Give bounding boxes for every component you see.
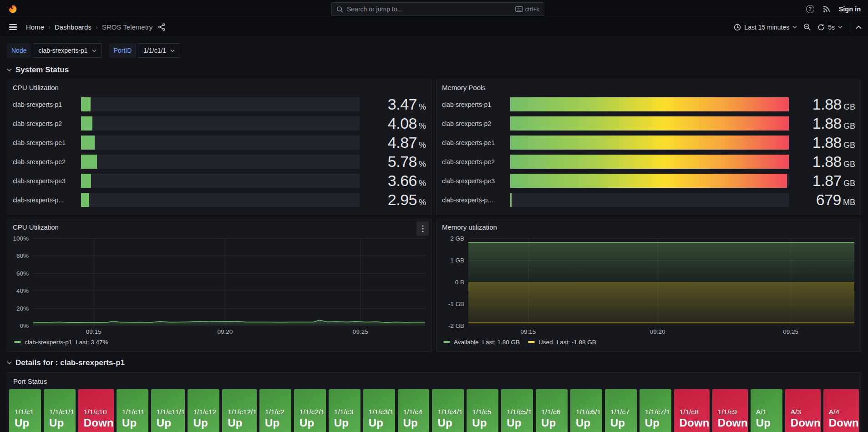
x-tick-label: 09:15 [521,328,536,335]
time-range-label: Last 15 minutes [744,24,789,31]
panel-title[interactable]: CPU Utilization [13,84,426,91]
gauge-bar-track [510,155,789,169]
breadcrumb-current: SROS Telemetry [102,23,152,31]
chevron-down-icon [792,25,797,29]
port-tile-body: 1/1/c2/1 Up [294,389,326,432]
port-status: Up [369,417,395,429]
port-status: Up [507,417,533,429]
x-tick-label: 09:15 [86,328,102,335]
share-button[interactable] [158,23,166,31]
port-status: Down [791,417,821,429]
dashboard-content: Node clab-srexperts-p1 PortID 1/1/c1/1 S… [0,43,868,432]
gridline [33,326,425,326]
panel-cpu-utilization-gauge: CPU Utilization clab-srexperts-p1 3.47 %… [7,80,432,215]
port-tile-body: 1/1/c4/1 Up [432,389,464,432]
port-name: 1/1/c8 [680,408,710,416]
help-button[interactable]: ? [806,5,814,13]
grafana-logo[interactable] [7,4,18,15]
port-tile-body: 1/1/c12 Up [188,389,219,432]
zoom-out-button[interactable] [803,23,811,31]
port-status: Up [576,417,602,429]
y-tick-label: 20% [16,305,29,311]
memory-time-series-chart: 2 GB1 GB0 B-1 GB-2 GB 09:1509:2009:25 Av… [440,238,854,347]
gauge-value: 1.88 GB [797,153,855,171]
menu-toggle-button[interactable] [6,21,20,33]
gauge-bar-track [81,155,360,169]
port-tile-body: 1/1/c6/1 Up [570,389,602,432]
section-system-status[interactable]: System Status [7,65,861,75]
panel-title[interactable]: CPU Utilization [13,223,59,231]
time-range-picker[interactable]: Last 15 minutes [734,24,797,31]
search-input[interactable]: Search or jump to... ctrl+k [331,2,544,16]
gauge-row: clab-srexperts-pe3 1.87 GB [442,174,855,188]
port-name: 1/1/c1/1 [49,408,76,416]
port-tile: 1/1/c11/1 Up [151,389,185,432]
gauge-bar [81,174,91,188]
chart-legend: clab-srexperts-p1Last: 3.47% [14,337,108,347]
legend-item[interactable]: AvailableLast: 1.80 GB [443,339,520,346]
chevron-right-icon: › [96,23,98,31]
legend-item[interactable]: clab-srexperts-p1Last: 3.47% [14,339,108,346]
legend-series-name: Available [454,339,479,346]
gauge-bar [510,136,789,150]
gauge-bar-track [81,193,360,207]
chevron-down-icon [7,68,12,72]
port-tile: 1/1/c6 Up [536,389,568,432]
port-tile: A/3 Down [785,389,821,432]
port-tile-body: A/1 Up [751,389,782,432]
gauge-value: 1.87 GB [797,172,855,190]
breadcrumb-home[interactable]: Home [26,23,44,31]
gauge-row-label: clab-srexperts-p... [13,196,81,204]
port-name: 1/1/c1 [15,408,41,416]
panel-memory-pools-gauge: Memory Pools clab-srexperts-p1 1.88 GB c… [436,80,861,215]
section-details[interactable]: Details for : clab-srexperts-p1 [7,357,861,368]
port-tile: 1/1/c2 Up [259,389,291,432]
port-name: 1/1/c2/1 [299,408,326,416]
port-tile-body: 1/1/c2 Up [259,389,291,432]
legend-last-value: Last: 1.80 GB [482,339,520,346]
port-tile: 1/1/c4/1 Up [432,389,464,432]
gauge-row-label: clab-srexperts-pe1 [442,139,510,146]
variable-node: Node clab-srexperts-p1 [7,43,102,58]
panel-port-status: Port Status 1/1/c1 Up 1/1/c1/1 Up 1/1/c1… [7,372,861,432]
gauge-row-label: clab-srexperts-pe2 [13,158,81,166]
collapse-toolbar-button[interactable] [856,25,862,29]
gauge-row-label: clab-srexperts-pe3 [442,177,510,185]
gauge-bar [81,136,95,150]
sign-in-button[interactable]: Sign in [839,5,861,13]
port-tiles: 1/1/c1 Up 1/1/c1/1 Up 1/1/c10 Down [9,389,859,432]
panel-title[interactable]: Memory Pools [442,84,855,91]
breadcrumb-dashboards[interactable]: Dashboards [55,23,91,31]
gauge-row-label: clab-srexperts-p2 [442,120,510,127]
portid-variable-dropdown[interactable]: 1/1/c1/1 [138,43,180,58]
port-name: 1/1/c10 [84,408,114,416]
search-shortcut: ctrl+k [515,6,539,13]
gauge-row-label: clab-srexperts-p1 [13,101,81,108]
panel-menu-button[interactable] [416,221,429,236]
x-tick-label: 09:20 [650,328,665,335]
port-status: Up [15,417,41,429]
port-tile: 1/1/c1 Up [9,389,41,432]
panel-title[interactable]: Port Status [13,377,47,385]
legend-color-dash [14,341,21,343]
y-tick-label: 0% [20,322,29,329]
gauge-bar-track [81,97,360,111]
port-tile: A/4 Down [823,389,859,432]
x-axis: 09:1509:2009:25 [468,327,854,336]
toolbar-divider [849,23,849,32]
chart-legend: AvailableLast: 1.80 GBUsedLast: -1.88 GB [443,337,596,347]
gauge-value: 3.66 % [368,172,426,190]
portid-variable-label: PortID [109,43,137,58]
port-tile: 1/1/c3 Up [329,389,360,432]
port-tile: 1/1/c7 Up [605,389,637,432]
panel-title[interactable]: Memory utilization [442,223,497,231]
refresh-button[interactable]: 5s [817,24,843,31]
port-tile-body: 1/1/c8 Down [674,389,710,432]
gauge-row: clab-srexperts-pe1 1.88 GB [442,136,855,150]
legend-item[interactable]: UsedLast: -1.88 GB [528,339,596,346]
news-button[interactable] [822,5,831,13]
gauge-value: 4.08 % [368,115,426,132]
panel-cpu-utilization-chart: CPU Utilization 100%80%60%40%20%0% 09:15… [7,219,432,352]
port-status: Up [157,417,185,429]
node-variable-dropdown[interactable]: clab-srexperts-p1 [33,43,102,58]
